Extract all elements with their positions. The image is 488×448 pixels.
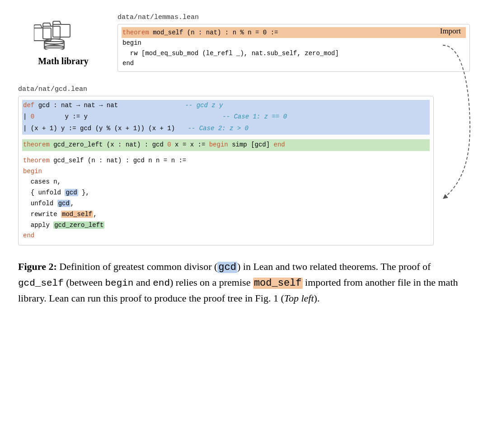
gcd-file-path: data/nat/gcd.lean (18, 85, 470, 93)
mod-self-inline-hl: mod_self (253, 278, 303, 289)
lemmas-line-4: end (122, 58, 465, 68)
caption-text2: ) in Lean and two related theorems. The … (237, 261, 431, 272)
begin-inline: begin (105, 278, 133, 288)
top-left-italic: Top left (284, 292, 314, 304)
lemmas-line-2: begin (122, 38, 465, 48)
gcd-self-end: end (23, 231, 429, 241)
lemmas-line-3: rw [mod_eq_sub_mod (le_refl _), nat.sub_… (122, 48, 465, 58)
gcd-line-case1: | 0 y := y -- Case 1: z == 0 (22, 111, 430, 123)
caption-text7: ). (314, 292, 320, 304)
gcd-self-cases: cases n, (23, 177, 429, 188)
lemmas-code-box: theorem mod_self (n : nat) : n % n = 0 :… (117, 24, 470, 72)
gcd-zero-left-line: theorem gcd_zero_left (x : nat) : gcd 0 … (22, 139, 430, 151)
folder-icons (34, 18, 93, 50)
main-wrapper: Math library data/nat/lemmas.lean theore… (18, 14, 470, 306)
gcd-code-box: def gcd : nat → nat → nat -- gcd z y | 0… (18, 96, 434, 246)
end-inline: end (153, 278, 170, 288)
caption-text1: Definition of greatest common divisor ( (59, 261, 217, 272)
caption-text3: (between (64, 277, 105, 288)
folder-db-icon (34, 18, 93, 50)
caption-text5: ) relies on a premise (170, 277, 253, 288)
gcd-comment1: -- gcd z y (185, 102, 223, 109)
gcd-line-case2: | (x + 1) y := gcd (y % (x + 1)) (x + 1)… (22, 123, 430, 135)
figure-caption: Figure 2: Definition of greatest common … (18, 259, 461, 306)
gcd-inline-hl: gcd (217, 262, 237, 273)
lemmas-block: data/nat/lemmas.lean theorem mod_self (n… (117, 14, 470, 72)
gcd-self-rewrite: rewrite mod_self, (23, 209, 429, 220)
gcd-self-apply: apply gcd_zero_left (23, 220, 429, 231)
gcd-self-begin: begin (23, 166, 429, 177)
gcd-self-unfold1: { unfold gcd }, (23, 188, 429, 198)
gcd-def-text: gcd : nat → nat → nat (38, 102, 118, 109)
gcd-self-unfold2: unfold gcd, (23, 198, 429, 209)
gcd-self-line1: theorem gcd_self (n : nat) : gcd n n = n… (23, 156, 429, 166)
figure-label: Figure 2: (18, 261, 57, 272)
gcd-self-inline: gcd_self (18, 278, 64, 288)
gcd-line-def: def gcd : nat → nat → nat -- gcd z y (22, 100, 430, 112)
gcd-section: data/nat/gcd.lean def gcd : nat → nat → … (18, 85, 470, 246)
top-section: Math library data/nat/lemmas.lean theore… (18, 14, 470, 72)
lemmas-line-1: theorem mod_self (n : nat) : n % n = 0 :… (122, 27, 466, 38)
spacer-2 (23, 151, 429, 156)
caption-text4: and (133, 277, 153, 288)
import-label: Import (440, 27, 461, 36)
kw-def: def (23, 102, 34, 109)
math-library-label: Math library (38, 56, 89, 66)
spacer-1 (23, 135, 429, 139)
math-library-block: Math library (18, 14, 108, 66)
lemmas-file-path: data/nat/lemmas.lean (117, 14, 470, 21)
kw-theorem: theorem (122, 29, 149, 36)
